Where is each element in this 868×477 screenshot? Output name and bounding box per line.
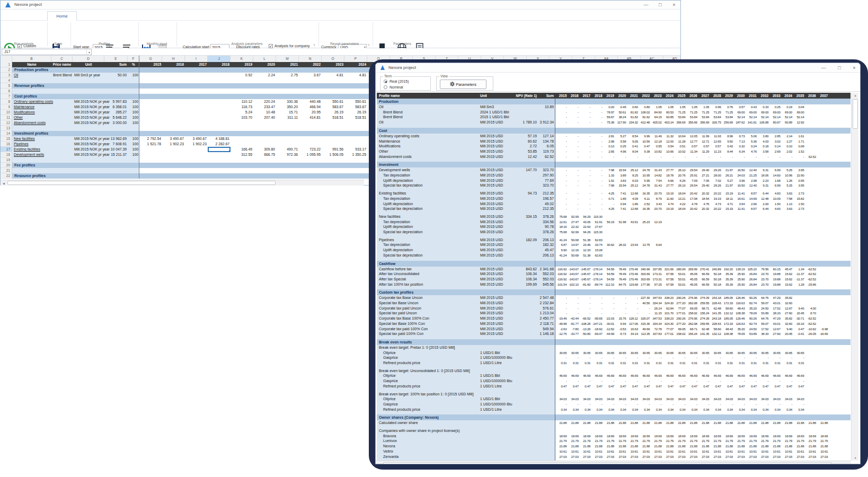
cell-year[interactable]: 583.67 xyxy=(322,104,344,110)
row-header-5[interactable]: 5 xyxy=(1,83,12,89)
row-header-7[interactable]: 7 xyxy=(1,94,12,99)
close-icon[interactable]: × xyxy=(847,64,861,72)
scroll-up-icon[interactable]: ▲ xyxy=(852,94,859,97)
cell-year[interactable]: 311.11 xyxy=(276,115,299,120)
column-header-B[interactable]: B xyxy=(12,56,51,62)
cell-pct[interactable]: 100 xyxy=(128,136,139,142)
row-header-22[interactable]: 22 xyxy=(1,173,12,179)
real-radio-label[interactable]: Real (2015) xyxy=(389,80,409,83)
cell-year[interactable]: 233.47 xyxy=(253,104,276,110)
column-header-F[interactable]: F xyxy=(128,56,139,62)
cell-name[interactable]: Ordinary operating costs xyxy=(12,99,51,104)
cell-year[interactable]: 103.70 xyxy=(231,115,253,120)
cell-year[interactable]: 26.19 xyxy=(322,110,344,115)
row-header-15[interactable]: 15 xyxy=(1,136,12,142)
cell-sum[interactable]: 5 648.22 xyxy=(104,115,128,120)
front-hscrollbar[interactable]: ◀ ▶ xyxy=(376,461,851,464)
cell-year[interactable]: 2 792.54 xyxy=(139,136,162,142)
row-header-16[interactable]: 16 xyxy=(1,142,12,147)
cell-year[interactable]: 1 902.23 xyxy=(162,142,185,147)
cell-pct[interactable]: 100 xyxy=(128,120,139,126)
row-header-8[interactable]: 8 xyxy=(1,99,12,104)
row-header-10[interactable]: 10 xyxy=(1,110,12,115)
cell-pct[interactable]: 100 xyxy=(128,73,139,78)
cell-year[interactable]: 518.51 xyxy=(322,115,344,120)
row-header-21[interactable]: 21 xyxy=(1,168,12,173)
tab-home[interactable]: Home xyxy=(47,11,77,21)
row-header-4[interactable]: 4 xyxy=(1,78,12,83)
cell-year[interactable]: 550.61 xyxy=(344,99,367,104)
cell-year[interactable]: 2.24 xyxy=(253,73,276,78)
selected-cell-J17[interactable] xyxy=(208,147,231,152)
cell-pct[interactable]: 100 xyxy=(128,110,139,115)
cell-year[interactable]: 1 506.05 xyxy=(322,152,344,157)
cell-pct[interactable]: 100 xyxy=(128,147,139,152)
back-hscrollbar[interactable]: ◀ xyxy=(1,180,364,186)
row-header-6[interactable]: 6 xyxy=(1,89,12,94)
maximize-icon[interactable]: □ xyxy=(653,1,667,8)
cell-year[interactable]: 466.94 xyxy=(299,104,322,110)
cell-year[interactable]: 1 521.78 xyxy=(139,142,162,147)
analysis-dialog-launcher-icon[interactable]: ↘ xyxy=(313,42,317,47)
column-header-G[interactable]: G xyxy=(139,56,162,62)
column-header-J[interactable]: J xyxy=(208,56,231,62)
column-header-N[interactable]: N xyxy=(299,56,322,62)
cell-year[interactable]: 991.56 xyxy=(322,147,344,152)
column-header-M[interactable]: M xyxy=(276,56,299,62)
cell-year[interactable]: 1 902.23 xyxy=(185,142,208,147)
cell-year[interactable]: 490.71 xyxy=(276,147,299,152)
cell-year[interactable]: 207.40 xyxy=(253,115,276,120)
cell-year[interactable]: 3 490.67 xyxy=(185,136,208,142)
cell-year[interactable]: 972.36 xyxy=(276,152,299,157)
cell-year[interactable]: 1 350.25 xyxy=(344,152,367,157)
close-icon[interactable]: × xyxy=(667,1,681,8)
row-header-12[interactable]: 12 xyxy=(1,120,12,126)
cell-year[interactable]: 2 282.67 xyxy=(208,142,231,147)
column-header-I[interactable]: I xyxy=(185,56,208,62)
cell-year[interactable]: 3.67 xyxy=(299,73,322,78)
name-box[interactable]: J17▾ xyxy=(2,49,92,55)
scroll-left-icon[interactable]: ◀ xyxy=(1,182,6,185)
column-header-P[interactable]: P xyxy=(344,56,367,62)
cell-pct[interactable]: 100 xyxy=(128,115,139,120)
column-header-K[interactable]: K xyxy=(231,56,253,62)
nominal-radio[interactable] xyxy=(384,85,387,89)
cell-year[interactable]: 220.24 xyxy=(253,99,276,104)
column-header-C[interactable]: C xyxy=(51,56,73,62)
cell-year[interactable]: 723.22 xyxy=(299,147,322,152)
cell-year[interactable]: 518.51 xyxy=(344,115,367,120)
cell-unit[interactable]: Mill 2015 NOK pr year xyxy=(73,147,104,152)
scroll-down-icon[interactable]: ▼ xyxy=(852,456,859,460)
front-vscroll-thumb[interactable] xyxy=(853,99,858,129)
front-vscrollbar[interactable]: ▲ ▼ xyxy=(851,93,858,461)
cell-unit[interactable]: Mill 2015 NOK pr year xyxy=(73,152,104,157)
cell-pct[interactable]: 100 xyxy=(128,152,139,157)
column-header-O[interactable]: O xyxy=(322,56,344,62)
cell-year[interactable]: 10.48 xyxy=(253,110,276,115)
back-hscroll-thumb[interactable] xyxy=(7,181,276,185)
cell-year[interactable]: 116.73 xyxy=(231,104,253,110)
scroll-right-icon[interactable]: ▶ xyxy=(844,463,849,464)
cell-unit[interactable]: Mill 2015 NOK pr year xyxy=(73,110,104,115)
cell-year[interactable]: 933.17 xyxy=(344,147,367,152)
cell-year[interactable]: 110.12 xyxy=(231,99,253,104)
cell-sum[interactable]: 5 997.83 xyxy=(104,99,128,104)
cell-year[interactable]: 583.67 xyxy=(344,104,367,110)
cell-price-name[interactable]: Brent Blend xyxy=(51,73,73,78)
row-header-2[interactable]: 2 xyxy=(1,67,12,73)
cell-year[interactable]: 20.95 xyxy=(299,110,322,115)
cell-year[interactable]: 309.80 xyxy=(253,147,276,152)
row-header-1[interactable]: 1 xyxy=(1,62,12,67)
cell-year[interactable]: 4.81 xyxy=(322,73,344,78)
row-header-14[interactable]: 14 xyxy=(1,131,12,136)
cell-year[interactable]: 4 188.81 xyxy=(208,136,231,142)
cell-pct[interactable]: 100 xyxy=(128,104,139,110)
cell-sum[interactable]: 3 000.00 xyxy=(104,120,128,126)
cell-name[interactable]: Development wells xyxy=(12,152,51,157)
cell-year[interactable]: 3 490.67 xyxy=(162,136,185,142)
cell-name[interactable]: Existing facilities xyxy=(12,147,51,152)
row-header-11[interactable]: 11 xyxy=(1,115,12,120)
selection-fill-handle[interactable] xyxy=(229,151,231,152)
column-header-L[interactable]: L xyxy=(253,56,276,62)
nominal-radio-label[interactable]: Nominal xyxy=(389,85,403,89)
